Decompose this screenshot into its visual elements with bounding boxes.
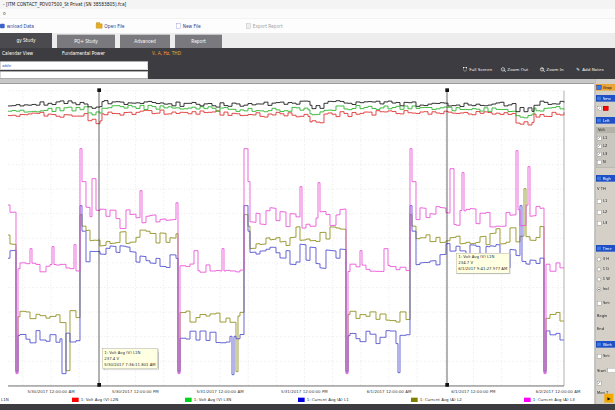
left-l2-row[interactable]: L2 bbox=[597, 144, 607, 148]
settings-panel: Grap Smo Left Volt L1 L2 L3 N Righ V TH … bbox=[595, 79, 615, 410]
radio-icon[interactable] bbox=[597, 277, 601, 281]
legend-item-cut: L1N bbox=[1, 397, 9, 402]
radio-icon[interactable] bbox=[597, 257, 601, 261]
ribbon-v-a-hz-thd[interactable]: V, A, Hz, THD bbox=[152, 48, 181, 60]
folder-icon bbox=[96, 24, 102, 29]
legend-swatch bbox=[185, 397, 192, 401]
menu-bar[interactable]: o bbox=[0, 9, 615, 19]
secondary-combobox[interactable] bbox=[0, 71, 148, 78]
x-axis-label: 5/30/2017 12:00:00 PM bbox=[112, 390, 159, 395]
panel-icon bbox=[597, 85, 602, 90]
legend-item: 1: Current Avg (A) L2 bbox=[411, 397, 462, 402]
x-axis-label: 6/1/2017 12:00:00 AM bbox=[367, 390, 412, 395]
checkbox-icon[interactable] bbox=[597, 199, 601, 203]
tab-energy-study[interactable]: gy Study bbox=[0, 33, 52, 48]
right-l3-row[interactable]: L3 bbox=[597, 221, 607, 225]
checkbox-icon[interactable] bbox=[597, 301, 601, 305]
ribbon-calendar-view[interactable]: Calendar View bbox=[2, 48, 33, 60]
series-combobox[interactable]: able bbox=[0, 61, 148, 70]
left-n-row[interactable]: N bbox=[597, 160, 606, 164]
legend-item: 1: Volt Avg (V) L3N bbox=[185, 397, 231, 402]
panel-header-right-axis[interactable]: Righ bbox=[596, 175, 615, 182]
left-l3-row[interactable]: L3 bbox=[597, 152, 607, 156]
bottom-status-bar bbox=[0, 404, 615, 410]
add-notes-label: Add Notes bbox=[582, 67, 603, 72]
panel-header-left-axis[interactable]: Left bbox=[596, 117, 615, 124]
panel-icon bbox=[597, 118, 602, 123]
radio-1d[interactable]: 1 D bbox=[597, 267, 609, 271]
tooltip-time: 6/1/2017 9:41:27.977 AM bbox=[458, 266, 507, 272]
legend-scroll-button[interactable]: ▶ bbox=[604, 394, 613, 403]
cursor-1-bottom-handle[interactable] bbox=[97, 383, 101, 387]
cursor-2-bottom-handle[interactable] bbox=[445, 383, 449, 387]
checkbox-icon[interactable] bbox=[597, 354, 601, 358]
volt-subheader: Volt bbox=[597, 127, 615, 133]
legend-label: 1: Volt Avg (V) L2N bbox=[81, 397, 119, 402]
panel-icon bbox=[597, 176, 602, 181]
series-color-row[interactable] bbox=[597, 106, 608, 111]
panel-header-working-hours[interactable]: Work bbox=[596, 341, 615, 348]
checkbox-checked-icon[interactable] bbox=[597, 152, 601, 156]
x-axis-label: 5/30/2017 12:00:00 AM bbox=[27, 390, 74, 395]
add-notes-button[interactable]: ✎ Add Notes bbox=[576, 64, 604, 75]
left-l1-row[interactable]: L1 bbox=[597, 136, 607, 140]
cursor-2-top-handle[interactable] bbox=[445, 88, 449, 92]
legend-label: 1: Volt Avg (V) L3N bbox=[194, 397, 232, 402]
legend-item: 1: Current Avg (A) L1 bbox=[298, 397, 349, 402]
tab-advanced[interactable]: Advanced bbox=[120, 35, 170, 48]
radio-icon[interactable] bbox=[597, 267, 601, 271]
right-l2-row[interactable]: L2 bbox=[597, 210, 607, 214]
export-report-icon bbox=[246, 23, 251, 29]
checkbox-icon[interactable] bbox=[597, 160, 601, 164]
checkbox-icon[interactable] bbox=[597, 221, 601, 225]
pencil-icon: ✎ bbox=[576, 67, 580, 72]
legend-label: 1: Current Avg (A) L3 bbox=[533, 397, 575, 402]
cursor-1-top-handle[interactable] bbox=[97, 88, 101, 92]
x-axis-label: 6/1/2017 12:00:00 PM bbox=[451, 390, 495, 395]
radio-1w[interactable]: 1 W bbox=[597, 277, 610, 281]
tab-report[interactable]: Report bbox=[175, 35, 222, 48]
work-set-row[interactable]: Set: bbox=[597, 354, 610, 358]
red-color-swatch[interactable] bbox=[603, 106, 608, 111]
full-screen-icon bbox=[463, 67, 467, 71]
new-file-button[interactable]: New File bbox=[176, 19, 201, 33]
right-l1-row[interactable]: L1 bbox=[597, 199, 607, 203]
view-ribbon: Calendar View Fundamental Power V, A, Hz… bbox=[0, 48, 615, 60]
legend-item: 1: Current Avg (A) L3 bbox=[524, 397, 575, 402]
zoom-in-button[interactable]: + Zoom In bbox=[540, 64, 564, 75]
zoom-in-label: Zoom In bbox=[546, 67, 563, 72]
panel-header-smooth[interactable]: Smo bbox=[596, 95, 615, 102]
zoom-out-button[interactable]: - Zoom Out bbox=[501, 64, 528, 75]
full-screen-button[interactable]: Full Screen bbox=[463, 64, 492, 75]
cursor-line-1[interactable] bbox=[99, 90, 100, 387]
radio-selected-icon[interactable] bbox=[597, 287, 601, 291]
cursor-line-2[interactable] bbox=[447, 90, 448, 387]
zoom-out-label: Zoom Out bbox=[507, 67, 528, 72]
ribbon-fundamental-power[interactable]: Fundamental Power bbox=[62, 48, 105, 60]
end-label: End bbox=[597, 327, 604, 331]
zoom-out-icon: - bbox=[501, 67, 505, 71]
tab-pq-study[interactable]: PQ+ Study bbox=[57, 35, 115, 48]
start-row[interactable]: Start bbox=[597, 368, 615, 373]
panel-header-time[interactable]: Time bbox=[596, 245, 615, 252]
tooltip-time: 5/30/2017 7:36:11.801 AM bbox=[104, 362, 155, 368]
export-report-button: Export Report bbox=[246, 19, 283, 33]
legend-label: 1: Current Avg (A) L2 bbox=[420, 397, 462, 402]
checkbox-icon[interactable] bbox=[597, 210, 601, 214]
trend-chart-area[interactable]: 1: Volt Avg (V) L1N 237.4 V 5/30/2017 7:… bbox=[0, 83, 594, 405]
checkbox-checked-icon[interactable] bbox=[597, 106, 601, 110]
download-data-button[interactable]: wnload Data bbox=[0, 19, 34, 33]
x-axis-label: 5/31/2017 12:00:00 PM bbox=[281, 390, 328, 395]
radio-3h[interactable]: 3 H bbox=[597, 257, 609, 261]
checkbox-checked-icon[interactable] bbox=[597, 381, 601, 385]
radio-include[interactable]: Incl bbox=[597, 287, 609, 291]
panel-header-graph[interactable]: Grap bbox=[596, 84, 615, 91]
checkbox-checked-icon[interactable] bbox=[597, 136, 601, 140]
open-file-button[interactable]: Open File bbox=[96, 19, 125, 33]
time-set-row[interactable]: Set: bbox=[597, 301, 610, 305]
checkbox-checked-icon[interactable] bbox=[597, 144, 601, 148]
panel-icon bbox=[597, 342, 602, 347]
start-time-input[interactable] bbox=[608, 368, 615, 373]
trend-chart bbox=[0, 84, 594, 405]
weekday-check-row[interactable] bbox=[597, 381, 601, 385]
